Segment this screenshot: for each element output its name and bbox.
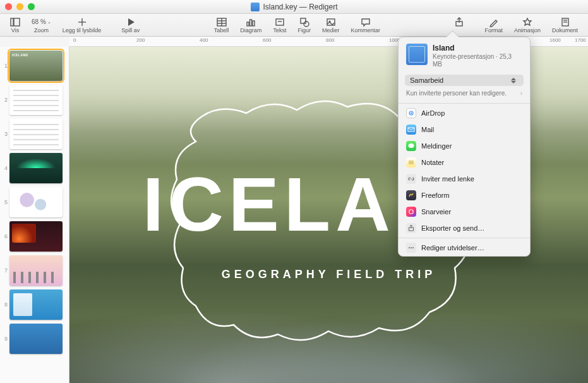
share-shortcuts[interactable]: Snarveier bbox=[399, 204, 530, 220]
slide-thumbnail-1[interactable]: ICELAND bbox=[9, 51, 63, 81]
svg-point-25 bbox=[411, 112, 412, 114]
share-edit-extensions[interactable]: Rediger utvidelser… bbox=[399, 240, 530, 256]
updown-icon bbox=[511, 76, 519, 84]
minimize-window-button[interactable] bbox=[16, 3, 23, 10]
permissions-row[interactable]: Kun inviterte personer kan redigere. › bbox=[399, 88, 530, 102]
keynote-file-icon bbox=[250, 3, 259, 11]
view-icon bbox=[10, 17, 20, 27]
slide-navigator[interactable]: 1ICELAND 2 3 4 5 6 7 8 9 bbox=[0, 47, 69, 383]
slide-thumbnail-9[interactable] bbox=[9, 324, 63, 354]
view-label: Vis bbox=[11, 27, 19, 33]
document-label: Dokument bbox=[552, 27, 578, 33]
zoom-value: 68 % ⌄ bbox=[32, 17, 51, 27]
chevron-right-icon: › bbox=[520, 90, 522, 97]
share-item-label: Notater bbox=[421, 159, 444, 166]
svg-rect-12 bbox=[276, 19, 284, 25]
close-window-button[interactable] bbox=[5, 3, 12, 10]
comment-button[interactable]: Kommentar bbox=[345, 15, 385, 36]
format-icon bbox=[489, 17, 499, 27]
svg-rect-10 bbox=[250, 20, 252, 26]
media-icon bbox=[326, 17, 336, 27]
media-label: Medier bbox=[322, 27, 340, 33]
slide-number: 1 bbox=[3, 63, 8, 69]
document-icon bbox=[560, 17, 570, 27]
ruler-tick: 600 bbox=[263, 37, 271, 43]
share-export[interactable]: Eksporter og send… bbox=[399, 220, 530, 236]
slide-thumbnail-8[interactable] bbox=[9, 289, 63, 320]
link-icon bbox=[406, 174, 416, 184]
slide-thumbnail-4[interactable] bbox=[9, 153, 63, 183]
ruler-tick: 400 bbox=[200, 37, 208, 43]
separator bbox=[399, 238, 530, 238]
chart-button[interactable]: Diagram bbox=[235, 15, 267, 36]
slide-number: 6 bbox=[3, 233, 8, 240]
svg-rect-11 bbox=[253, 21, 255, 26]
share-airdrop[interactable]: AirDrop bbox=[399, 105, 530, 121]
slide-number: 7 bbox=[3, 267, 8, 274]
text-icon bbox=[275, 17, 285, 27]
share-item-label: Eksporter og send… bbox=[421, 224, 484, 232]
messages-icon bbox=[406, 141, 416, 151]
svg-point-34 bbox=[409, 247, 410, 248]
share-item-label: Inviter med lenke bbox=[421, 175, 474, 183]
format-button[interactable]: Format bbox=[479, 15, 508, 36]
share-invite-link[interactable]: Inviter med lenke bbox=[399, 171, 530, 187]
traffic-lights bbox=[5, 3, 35, 10]
slide-thumbnail-7[interactable] bbox=[9, 255, 63, 286]
slide-thumbnail-6[interactable] bbox=[9, 221, 63, 252]
slide-number: 2 bbox=[3, 97, 8, 103]
svg-rect-1 bbox=[14, 18, 20, 26]
toolbar: Vis 68 % ⌄ Zoom Legg til lysbilde Spill … bbox=[0, 14, 588, 37]
svg-rect-0 bbox=[11, 18, 13, 26]
text-label: Tekst bbox=[273, 27, 286, 33]
format-label: Format bbox=[484, 27, 503, 33]
freeform-icon bbox=[406, 190, 416, 200]
add-slide-label: Legg til lysbilde bbox=[63, 27, 102, 33]
export-icon bbox=[406, 223, 416, 233]
slide-thumbnail-3[interactable] bbox=[9, 119, 63, 149]
share-mail[interactable]: Mail bbox=[399, 121, 530, 138]
svg-point-35 bbox=[411, 247, 412, 248]
share-item-label: Mail bbox=[421, 126, 434, 133]
share-header: Island Keynote-presentasjon · 25,3 MB bbox=[399, 37, 530, 73]
animate-button[interactable]: Animasjon bbox=[509, 15, 546, 36]
collaboration-mode-select[interactable]: Samarbeid bbox=[405, 75, 524, 86]
title-filename: Island.key bbox=[263, 3, 297, 11]
add-slide-button[interactable]: Legg til lysbilde bbox=[57, 15, 107, 36]
comment-icon bbox=[361, 17, 371, 27]
shape-button[interactable]: Figur bbox=[292, 15, 316, 36]
share-item-label: Snarveier bbox=[421, 208, 451, 216]
document-button[interactable]: Dokument bbox=[547, 15, 583, 36]
chart-icon bbox=[246, 17, 256, 27]
chart-label: Diagram bbox=[240, 27, 261, 33]
ruler-tick: 800 bbox=[326, 37, 334, 43]
media-button[interactable]: Medier bbox=[317, 15, 345, 36]
thumb-title: ICELAND bbox=[12, 53, 28, 57]
table-icon bbox=[217, 17, 227, 27]
text-button[interactable]: Tekst bbox=[268, 15, 291, 36]
table-button[interactable]: Tabell bbox=[209, 15, 234, 36]
slide-subtitle[interactable]: GEOGRAPHY FIELD TRIP bbox=[69, 268, 588, 281]
ruler-tick: 0 bbox=[73, 37, 76, 43]
share-notes[interactable]: Notater bbox=[399, 154, 530, 171]
share-messages[interactable]: Meldinger bbox=[399, 138, 530, 154]
table-label: Tabell bbox=[214, 27, 229, 33]
slide-thumbnail-2[interactable] bbox=[9, 85, 63, 115]
play-button[interactable]: Spill av bbox=[116, 15, 145, 36]
svg-marker-4 bbox=[128, 18, 135, 26]
share-freeform[interactable]: Freeform bbox=[399, 187, 530, 204]
ruler-tick: 200 bbox=[136, 37, 145, 43]
notes-icon bbox=[406, 157, 416, 167]
window-titlebar: Island.key — Redigert bbox=[0, 0, 588, 14]
share-filemeta: Keynote-presentasjon · 25,3 MB bbox=[433, 53, 522, 68]
share-label bbox=[459, 27, 460, 33]
fullscreen-window-button[interactable] bbox=[28, 3, 35, 10]
view-button[interactable]: Vis bbox=[5, 15, 25, 36]
title-status: Redigert bbox=[309, 3, 337, 11]
animate-label: Animasjon bbox=[514, 27, 541, 33]
zoom-button[interactable]: 68 % ⌄ Zoom bbox=[27, 15, 56, 36]
slide-thumbnail-5[interactable] bbox=[9, 187, 63, 217]
share-item-label: Rediger utvidelser… bbox=[421, 244, 484, 252]
slide-number: 8 bbox=[3, 301, 8, 308]
window-title: Island.key — Redigert bbox=[250, 3, 337, 11]
